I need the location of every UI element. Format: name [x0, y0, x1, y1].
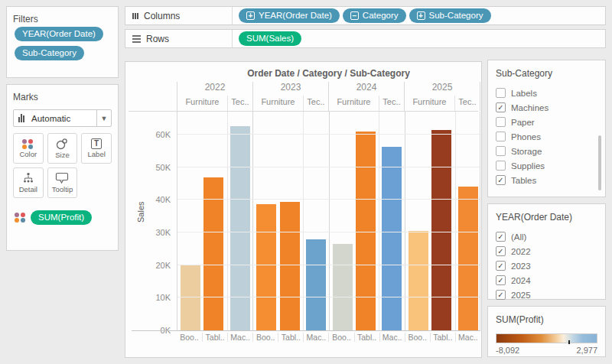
- color-dot: [22, 145, 27, 149]
- bar-2025-bookcases[interactable]: [409, 231, 428, 330]
- year-header-row: 2022202320242025: [177, 82, 480, 96]
- checkbox-checked-icon[interactable]: ✓: [496, 261, 506, 271]
- mark-type-value: Automatic: [28, 114, 96, 123]
- color-dot: [21, 213, 25, 217]
- subcategory-filter-item-supplies[interactable]: Supplies: [496, 158, 597, 173]
- color-dot: [21, 218, 25, 223]
- mark-type-dropdown[interactable]: Automatic ▼: [13, 109, 112, 127]
- x-axis-label: Tabl..: [430, 333, 455, 342]
- checkbox-label: (All): [511, 232, 526, 242]
- checkbox-label: Machines: [511, 103, 549, 112]
- checkbox-checked-icon[interactable]: ✓: [496, 102, 506, 112]
- chart-view: Order Date / Category / Sub-Category 202…: [125, 61, 482, 358]
- year-filter-title: YEAR(Order Date): [496, 212, 597, 223]
- bar-plot-area: [177, 112, 480, 330]
- subcategory-filter-item-tables[interactable]: ✓Tables: [496, 173, 597, 187]
- checkbox-unchecked-icon[interactable]: [496, 161, 506, 171]
- category-header-2025: Tec..: [455, 96, 480, 111]
- pill-label: SUM(Sales): [246, 34, 294, 44]
- button-label: Detail: [19, 185, 37, 193]
- columns-pill-sub-category[interactable]: +Sub-Category: [409, 8, 491, 23]
- filter-pill-sub-category[interactable]: Sub-Category: [15, 46, 84, 60]
- tooltip-button[interactable]: Tooltip: [47, 167, 78, 198]
- year-filter-item--all-[interactable]: ✓(All): [496, 229, 597, 244]
- columns-pill-year-order-date-[interactable]: +YEAR(Order Date): [239, 8, 340, 23]
- button-label: Color: [19, 150, 37, 158]
- expand-plus-icon[interactable]: +: [417, 11, 425, 20]
- checkbox-checked-icon[interactable]: ✓: [496, 246, 506, 256]
- bar-2024-bookcases[interactable]: [333, 244, 353, 330]
- bar-2024-tables[interactable]: [356, 132, 376, 330]
- bar-2023-tables[interactable]: [280, 202, 300, 330]
- category-header-2024: Tec..: [379, 96, 405, 111]
- bar-2024-machines[interactable]: [382, 147, 402, 330]
- checkbox-checked-icon[interactable]: ✓: [496, 175, 506, 185]
- expand-plus-icon[interactable]: +: [246, 11, 255, 20]
- y-axis-tick: 60K: [155, 130, 171, 139]
- size-button[interactable]: Size: [47, 133, 78, 164]
- expand-minus-icon[interactable]: −: [350, 11, 359, 20]
- rows-shelf-label-zone: Rows: [125, 30, 233, 47]
- checkbox-label: Tables: [511, 176, 536, 185]
- color-dot: [15, 213, 19, 217]
- profit-encoding-pill[interactable]: SUM(Profit): [31, 210, 92, 225]
- pill-label: Sub-Category: [22, 49, 76, 58]
- checkbox-unchecked-icon[interactable]: [496, 146, 506, 156]
- bar-2022-tables[interactable]: [203, 177, 223, 331]
- legend-title: SUM(Profit): [496, 314, 597, 325]
- rows-label: Rows: [146, 34, 169, 44]
- year-filter-item-2022[interactable]: ✓2022: [496, 244, 597, 258]
- x-axis-label: Tabl..: [278, 333, 303, 342]
- checkbox-label: 2022: [511, 247, 531, 256]
- chevron-down-icon[interactable]: ▼: [96, 110, 111, 126]
- bar-2025-tables[interactable]: [431, 130, 451, 330]
- label-button[interactable]: T Label: [81, 133, 112, 164]
- bar-2022-machines[interactable]: [230, 126, 250, 330]
- year-filter-item-2023[interactable]: ✓2023: [496, 258, 597, 273]
- checkbox-unchecked-icon[interactable]: [496, 117, 506, 127]
- text-label-icon: T: [91, 138, 102, 149]
- columns-icon: [132, 13, 138, 19]
- year-header-2023: 2023: [253, 82, 329, 96]
- checkbox-label: Supplies: [511, 161, 545, 171]
- color-encoding-icon[interactable]: [15, 213, 26, 223]
- x-axis-label: Tabl..: [202, 333, 227, 342]
- checkbox-label: Phones: [511, 132, 541, 141]
- filter-pill-year-order-date[interactable]: YEAR(Order Date): [15, 27, 103, 41]
- marks-panel: Marks Automatic ▼ Color Size T Label: [6, 84, 119, 251]
- columns-shelf-label-zone: Columns: [125, 7, 233, 24]
- checkbox-checked-icon[interactable]: ✓: [496, 290, 506, 300]
- subcategory-filter-item-phones[interactable]: Phones: [496, 129, 597, 144]
- gridline: [177, 297, 480, 297]
- subcategory-filter-item-labels[interactable]: Labels: [496, 86, 597, 100]
- bar-2025-machines[interactable]: [458, 187, 478, 330]
- category-header-2024: Furniture: [329, 96, 379, 111]
- x-axis-label: Mac..: [379, 333, 405, 342]
- y-axis-tick: 10K: [155, 293, 171, 302]
- color-gradient-bar[interactable]: [496, 333, 597, 343]
- checkbox-label: 2023: [511, 262, 531, 271]
- scrollbar-thumb[interactable]: [598, 135, 601, 190]
- checkbox-checked-icon[interactable]: ✓: [496, 275, 506, 285]
- detail-button[interactable]: Detail: [13, 167, 44, 198]
- checkbox-unchecked-icon[interactable]: [496, 132, 506, 141]
- color-dot: [22, 139, 27, 144]
- subcategory-filter-item-storage[interactable]: Storage: [496, 144, 597, 158]
- tableau-workspace: Filters YEAR(Order Date) Sub-Category Ma…: [0, 0, 612, 364]
- x-axis-label: Mac..: [303, 333, 328, 342]
- rows-pill-sum-sales[interactable]: SUM(Sales): [239, 31, 301, 46]
- filters-panel: Filters YEAR(Order Date) Sub-Category: [6, 6, 119, 78]
- year-filter-item-2025[interactable]: ✓2025: [496, 288, 597, 302]
- year-filter-item-2024[interactable]: ✓2024: [496, 273, 597, 288]
- checkbox-unchecked-icon[interactable]: [496, 88, 506, 98]
- checkbox-checked-icon[interactable]: ✓: [496, 232, 506, 242]
- x-axis-label: Boo..: [405, 333, 430, 342]
- checkbox-label: Storage: [511, 147, 542, 156]
- subcategory-filter-item-machines[interactable]: ✓Machines: [496, 100, 597, 115]
- bar-2023-machines[interactable]: [306, 239, 326, 331]
- pill-label: YEAR(Order Date): [22, 30, 96, 39]
- bar-2023-bookcases[interactable]: [256, 204, 276, 331]
- columns-pill-category[interactable]: −Category: [343, 8, 406, 23]
- color-button[interactable]: Color: [13, 133, 44, 164]
- subcategory-filter-item-paper[interactable]: Paper: [496, 115, 597, 129]
